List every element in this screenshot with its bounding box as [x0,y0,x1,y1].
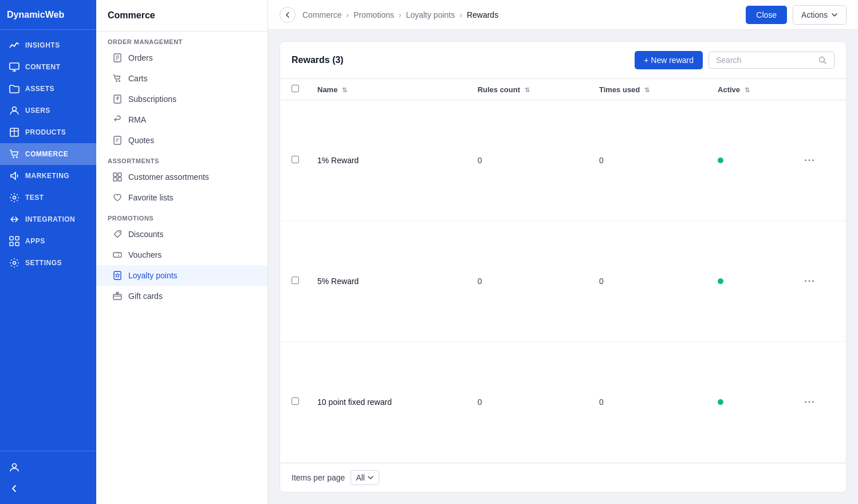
collapse-icon [9,483,19,494]
content-panel: Rewards (3) + New reward [268,30,858,504]
topbar: Commerce › Promotions › Loyalty points ›… [268,0,858,30]
sidebar-item-test[interactable]: TEST [0,187,96,208]
svg-rect-11 [15,237,19,240]
favorite-lists-label: Favorite lists [128,193,174,202]
heart-icon [112,192,123,203]
row-times-used: 0 [590,100,709,221]
subscriptions-icon [112,94,123,104]
actions-button[interactable]: Actions [793,5,847,25]
separator-1: › [346,10,349,19]
sidebar-label-insights: INSIGHTS [25,41,60,49]
carts-icon [112,73,123,84]
breadcrumb-commerce[interactable]: Commerce [302,10,341,19]
sidebar-item-content[interactable]: CONTENT [0,56,96,78]
sidebar-item-marketing[interactable]: MARKETING [0,165,96,187]
th-active[interactable]: Active ⇅ [709,79,795,100]
sidebar: DynamicWeb INSIGHTS CONTENT ASSETS [0,0,96,504]
svg-rect-0 [10,63,19,69]
integration-icon [9,214,19,225]
nav-item-quotes[interactable]: Quotes [96,130,267,151]
vouchers-icon [112,250,123,260]
row-checkbox[interactable] [292,277,299,284]
search-icon [818,56,827,65]
orders-label: Orders [128,53,153,62]
row-menu-button[interactable]: ··· [804,397,815,407]
sidebar-item-commerce[interactable]: COMMERCE [0,143,96,165]
nav-panel-title: Commerce [96,0,267,32]
nav-item-favorite-lists[interactable]: Favorite lists [96,187,267,208]
carts-label: Carts [128,74,147,83]
row-checkbox[interactable] [292,397,299,405]
svg-point-8 [16,156,18,158]
row-checkbox-cell [280,221,308,342]
nav-item-vouchers[interactable]: Vouchers [96,245,267,265]
sidebar-item-settings[interactable]: SETTINGS [0,252,96,274]
nav-item-customer-assortments[interactable]: Customer assortments [96,167,267,187]
nav-item-gift-cards[interactable]: Gift cards [96,286,267,306]
new-reward-button[interactable]: + New reward [635,51,703,69]
rewards-title: Rewards (3) [292,55,344,65]
sidebar-item-products[interactable]: PRODUCTS [0,121,96,143]
nav-item-discounts[interactable]: Discounts [96,224,267,245]
svg-rect-31 [113,253,121,257]
sidebar-item-integration[interactable]: INTEGRATION [0,208,96,230]
row-checkbox-cell [280,100,308,221]
rma-label: RMA [128,115,146,124]
items-per-page-select[interactable]: All [351,470,379,485]
breadcrumb-rewards: Rewards [467,10,498,19]
rewards-container: Rewards (3) + New reward [280,41,847,493]
svg-rect-33 [113,294,121,300]
sidebar-label-marketing: MARKETING [25,172,69,180]
cart-icon [9,149,19,159]
table-row: 5% Reward 0 0 ··· [280,221,846,342]
svg-rect-26 [113,173,117,176]
nav-item-carts[interactable]: Carts [96,68,267,89]
nav-item-orders[interactable]: Orders [96,48,267,68]
sidebar-item-insights[interactable]: INSIGHTS [0,34,96,56]
rewards-header-actions: + New reward [635,51,835,69]
sidebar-label-commerce: COMMERCE [25,150,68,158]
subscriptions-label: Subscriptions [128,94,176,104]
th-times-used[interactable]: Times used ⇅ [590,79,709,100]
nav-item-subscriptions[interactable]: Subscriptions [96,89,267,109]
svg-point-20 [116,80,117,82]
svg-rect-10 [10,237,13,240]
sidebar-item-apps[interactable]: APPS [0,230,96,252]
nav-item-loyalty-points[interactable]: Loyalty points [96,265,267,286]
svg-rect-12 [10,242,13,246]
row-actions-cell: ··· [795,342,846,463]
search-input[interactable] [716,56,813,65]
sidebar-item-assets[interactable]: ASSETS [0,78,96,100]
breadcrumb-loyalty-points[interactable]: Loyalty points [406,10,455,19]
gift-cards-label: Gift cards [128,292,163,301]
rewards-table-body: 1% Reward 0 0 ··· 5% Reward 0 0 ··· [280,100,846,463]
sidebar-label-products: PRODUCTS [25,128,66,136]
box-icon [9,127,19,137]
select-all-checkbox[interactable] [292,85,299,92]
sidebar-item-profile[interactable] [0,456,96,478]
section-label-order-management: Order Management [96,32,267,48]
apps-icon [9,236,19,246]
tag-icon [112,229,123,239]
row-name: 1% Reward [308,100,469,221]
sidebar-item-collapse[interactable] [0,478,96,499]
items-per-page-label: Items per page [292,473,345,482]
nav-item-rma[interactable]: RMA [96,109,267,130]
table-header-row: Name ⇅ Rules count ⇅ Times used ⇅ Active… [280,79,846,100]
table-head: Name ⇅ Rules count ⇅ Times used ⇅ Active… [280,79,846,100]
th-actions [795,79,846,100]
th-name[interactable]: Name ⇅ [308,79,469,100]
back-button[interactable] [280,7,296,23]
active-sort-icon: ⇅ [745,86,750,93]
breadcrumb-promotions[interactable]: Promotions [353,10,394,19]
row-menu-button[interactable]: ··· [804,276,815,286]
row-checkbox[interactable] [292,156,299,163]
discounts-label: Discounts [128,230,163,239]
close-button[interactable]: Close [746,6,787,24]
sidebar-item-users[interactable]: USERS [0,100,96,121]
row-menu-button[interactable]: ··· [804,155,815,165]
section-label-promotions: Promotions [96,208,267,224]
th-rules-count[interactable]: Rules count ⇅ [469,79,590,100]
svg-point-7 [13,156,14,158]
rewards-header: Rewards (3) + New reward [280,42,846,79]
